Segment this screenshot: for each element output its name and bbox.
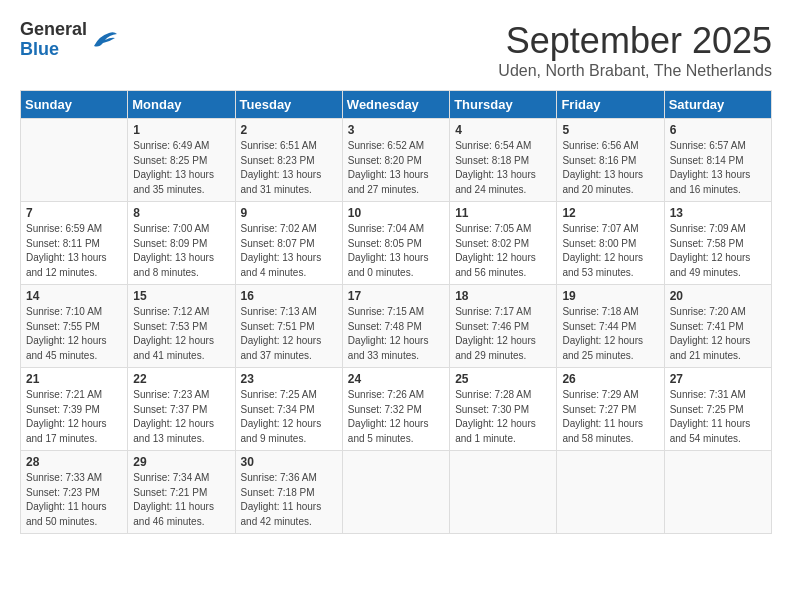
day-number: 15: [133, 289, 229, 303]
day-info: Sunrise: 7:02 AM Sunset: 8:07 PM Dayligh…: [241, 222, 337, 280]
calendar-cell: 28Sunrise: 7:33 AM Sunset: 7:23 PM Dayli…: [21, 451, 128, 534]
calendar-cell: 14Sunrise: 7:10 AM Sunset: 7:55 PM Dayli…: [21, 285, 128, 368]
day-info: Sunrise: 7:17 AM Sunset: 7:46 PM Dayligh…: [455, 305, 551, 363]
calendar-cell: 17Sunrise: 7:15 AM Sunset: 7:48 PM Dayli…: [342, 285, 449, 368]
week-row-2: 7Sunrise: 6:59 AM Sunset: 8:11 PM Daylig…: [21, 202, 772, 285]
week-row-4: 21Sunrise: 7:21 AM Sunset: 7:39 PM Dayli…: [21, 368, 772, 451]
calendar-table: SundayMondayTuesdayWednesdayThursdayFrid…: [20, 90, 772, 534]
day-info: Sunrise: 7:12 AM Sunset: 7:53 PM Dayligh…: [133, 305, 229, 363]
day-info: Sunrise: 6:52 AM Sunset: 8:20 PM Dayligh…: [348, 139, 444, 197]
day-number: 5: [562, 123, 658, 137]
day-number: 21: [26, 372, 122, 386]
day-number: 24: [348, 372, 444, 386]
day-info: Sunrise: 7:26 AM Sunset: 7:32 PM Dayligh…: [348, 388, 444, 446]
calendar-cell: [557, 451, 664, 534]
day-number: 17: [348, 289, 444, 303]
day-number: 14: [26, 289, 122, 303]
calendar-cell: 15Sunrise: 7:12 AM Sunset: 7:53 PM Dayli…: [128, 285, 235, 368]
day-number: 19: [562, 289, 658, 303]
day-info: Sunrise: 6:56 AM Sunset: 8:16 PM Dayligh…: [562, 139, 658, 197]
day-info: Sunrise: 7:25 AM Sunset: 7:34 PM Dayligh…: [241, 388, 337, 446]
day-info: Sunrise: 7:21 AM Sunset: 7:39 PM Dayligh…: [26, 388, 122, 446]
title-block: September 2025 Uden, North Brabant, The …: [498, 20, 772, 80]
day-info: Sunrise: 7:34 AM Sunset: 7:21 PM Dayligh…: [133, 471, 229, 529]
logo-general: General Blue: [20, 20, 87, 60]
logo-blue: Blue: [20, 39, 59, 59]
day-number: 12: [562, 206, 658, 220]
day-info: Sunrise: 7:10 AM Sunset: 7:55 PM Dayligh…: [26, 305, 122, 363]
calendar-cell: 9Sunrise: 7:02 AM Sunset: 8:07 PM Daylig…: [235, 202, 342, 285]
calendar-cell: 19Sunrise: 7:18 AM Sunset: 7:44 PM Dayli…: [557, 285, 664, 368]
logo: General Blue: [20, 20, 119, 60]
calendar-cell: 27Sunrise: 7:31 AM Sunset: 7:25 PM Dayli…: [664, 368, 771, 451]
day-info: Sunrise: 7:13 AM Sunset: 7:51 PM Dayligh…: [241, 305, 337, 363]
calendar-cell: 5Sunrise: 6:56 AM Sunset: 8:16 PM Daylig…: [557, 119, 664, 202]
day-info: Sunrise: 7:00 AM Sunset: 8:09 PM Dayligh…: [133, 222, 229, 280]
calendar-cell: 24Sunrise: 7:26 AM Sunset: 7:32 PM Dayli…: [342, 368, 449, 451]
day-info: Sunrise: 7:23 AM Sunset: 7:37 PM Dayligh…: [133, 388, 229, 446]
day-number: 22: [133, 372, 229, 386]
calendar-cell: [21, 119, 128, 202]
day-number: 26: [562, 372, 658, 386]
day-number: 4: [455, 123, 551, 137]
calendar-cell: 29Sunrise: 7:34 AM Sunset: 7:21 PM Dayli…: [128, 451, 235, 534]
day-number: 9: [241, 206, 337, 220]
calendar-cell: [664, 451, 771, 534]
day-info: Sunrise: 6:51 AM Sunset: 8:23 PM Dayligh…: [241, 139, 337, 197]
calendar-cell: 18Sunrise: 7:17 AM Sunset: 7:46 PM Dayli…: [450, 285, 557, 368]
calendar-cell: 10Sunrise: 7:04 AM Sunset: 8:05 PM Dayli…: [342, 202, 449, 285]
calendar-header-row: SundayMondayTuesdayWednesdayThursdayFrid…: [21, 91, 772, 119]
calendar-cell: 6Sunrise: 6:57 AM Sunset: 8:14 PM Daylig…: [664, 119, 771, 202]
calendar-cell: 30Sunrise: 7:36 AM Sunset: 7:18 PM Dayli…: [235, 451, 342, 534]
calendar-cell: 12Sunrise: 7:07 AM Sunset: 8:00 PM Dayli…: [557, 202, 664, 285]
day-info: Sunrise: 7:28 AM Sunset: 7:30 PM Dayligh…: [455, 388, 551, 446]
day-info: Sunrise: 6:49 AM Sunset: 8:25 PM Dayligh…: [133, 139, 229, 197]
day-number: 2: [241, 123, 337, 137]
header-sunday: Sunday: [21, 91, 128, 119]
day-info: Sunrise: 7:29 AM Sunset: 7:27 PM Dayligh…: [562, 388, 658, 446]
calendar-cell: 22Sunrise: 7:23 AM Sunset: 7:37 PM Dayli…: [128, 368, 235, 451]
day-info: Sunrise: 7:04 AM Sunset: 8:05 PM Dayligh…: [348, 222, 444, 280]
day-number: 13: [670, 206, 766, 220]
week-row-5: 28Sunrise: 7:33 AM Sunset: 7:23 PM Dayli…: [21, 451, 772, 534]
day-number: 25: [455, 372, 551, 386]
day-number: 8: [133, 206, 229, 220]
calendar-cell: [342, 451, 449, 534]
calendar-cell: 13Sunrise: 7:09 AM Sunset: 7:58 PM Dayli…: [664, 202, 771, 285]
day-info: Sunrise: 6:57 AM Sunset: 8:14 PM Dayligh…: [670, 139, 766, 197]
header-saturday: Saturday: [664, 91, 771, 119]
day-info: Sunrise: 7:20 AM Sunset: 7:41 PM Dayligh…: [670, 305, 766, 363]
day-number: 7: [26, 206, 122, 220]
day-info: Sunrise: 7:09 AM Sunset: 7:58 PM Dayligh…: [670, 222, 766, 280]
day-number: 6: [670, 123, 766, 137]
calendar-cell: 1Sunrise: 6:49 AM Sunset: 8:25 PM Daylig…: [128, 119, 235, 202]
calendar-cell: 21Sunrise: 7:21 AM Sunset: 7:39 PM Dayli…: [21, 368, 128, 451]
day-number: 18: [455, 289, 551, 303]
day-number: 11: [455, 206, 551, 220]
day-info: Sunrise: 6:59 AM Sunset: 8:11 PM Dayligh…: [26, 222, 122, 280]
calendar-cell: 8Sunrise: 7:00 AM Sunset: 8:09 PM Daylig…: [128, 202, 235, 285]
day-number: 23: [241, 372, 337, 386]
calendar-cell: 26Sunrise: 7:29 AM Sunset: 7:27 PM Dayli…: [557, 368, 664, 451]
day-info: Sunrise: 7:36 AM Sunset: 7:18 PM Dayligh…: [241, 471, 337, 529]
day-info: Sunrise: 6:54 AM Sunset: 8:18 PM Dayligh…: [455, 139, 551, 197]
week-row-3: 14Sunrise: 7:10 AM Sunset: 7:55 PM Dayli…: [21, 285, 772, 368]
day-info: Sunrise: 7:05 AM Sunset: 8:02 PM Dayligh…: [455, 222, 551, 280]
header-wednesday: Wednesday: [342, 91, 449, 119]
header-tuesday: Tuesday: [235, 91, 342, 119]
calendar-cell: 25Sunrise: 7:28 AM Sunset: 7:30 PM Dayli…: [450, 368, 557, 451]
day-number: 3: [348, 123, 444, 137]
day-number: 20: [670, 289, 766, 303]
day-info: Sunrise: 7:07 AM Sunset: 8:00 PM Dayligh…: [562, 222, 658, 280]
day-info: Sunrise: 7:31 AM Sunset: 7:25 PM Dayligh…: [670, 388, 766, 446]
day-info: Sunrise: 7:18 AM Sunset: 7:44 PM Dayligh…: [562, 305, 658, 363]
logo-bird-icon: [89, 28, 119, 52]
day-number: 27: [670, 372, 766, 386]
calendar-cell: 2Sunrise: 6:51 AM Sunset: 8:23 PM Daylig…: [235, 119, 342, 202]
calendar-cell: [450, 451, 557, 534]
page-header: General Blue September 2025 Uden, North …: [20, 20, 772, 80]
header-monday: Monday: [128, 91, 235, 119]
day-number: 10: [348, 206, 444, 220]
calendar-cell: 20Sunrise: 7:20 AM Sunset: 7:41 PM Dayli…: [664, 285, 771, 368]
calendar-cell: 3Sunrise: 6:52 AM Sunset: 8:20 PM Daylig…: [342, 119, 449, 202]
